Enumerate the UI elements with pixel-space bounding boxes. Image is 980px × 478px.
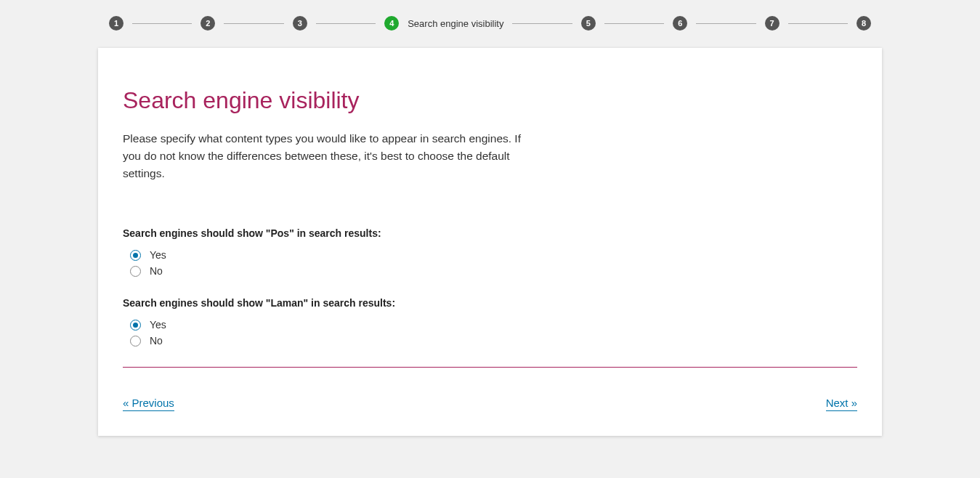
step-connector [512, 23, 572, 24]
step-label: Search engine visibility [408, 18, 503, 29]
radio-option-no[interactable]: No [130, 265, 857, 277]
step-circle: 7 [765, 16, 779, 31]
step-circle: 1 [109, 16, 123, 31]
step-circle: 5 [581, 16, 596, 31]
step-circle: 4 [384, 16, 399, 31]
question-label: Search engines should show "Laman" in se… [123, 297, 857, 309]
progress-stepper: 1234Search engine visibility5678 [0, 0, 980, 31]
step-connector [696, 23, 756, 24]
radio-label: Yes [150, 249, 166, 261]
step-5[interactable]: 5 [581, 16, 596, 31]
step-7[interactable]: 7 [765, 16, 779, 31]
step-connector [604, 23, 664, 24]
step-connector [788, 23, 848, 24]
radio-option-yes[interactable]: Yes [130, 319, 857, 331]
step-8[interactable]: 8 [857, 16, 871, 31]
radio-icon [130, 266, 141, 277]
step-circle: 8 [857, 16, 871, 31]
question-label: Search engines should show "Pos" in sear… [123, 227, 857, 239]
radio-group: YesNo [130, 319, 857, 347]
radio-option-yes[interactable]: Yes [130, 249, 857, 261]
page-title: Search engine visibility [123, 87, 857, 114]
step-connector [224, 23, 283, 24]
previous-button[interactable]: « Previous [123, 397, 174, 411]
step-circle: 6 [673, 16, 687, 31]
radio-icon [130, 336, 141, 347]
step-6[interactable]: 6 [673, 16, 687, 31]
radio-group: YesNo [130, 249, 857, 277]
radio-icon [130, 250, 141, 261]
section-divider [123, 367, 857, 368]
step-2[interactable]: 2 [201, 16, 215, 31]
radio-label: No [150, 335, 163, 347]
step-connector [132, 23, 192, 24]
step-connector [316, 23, 376, 24]
step-circle: 2 [201, 16, 215, 31]
step-circle: 3 [293, 16, 307, 31]
step-3[interactable]: 3 [293, 16, 307, 31]
step-1[interactable]: 1 [109, 16, 123, 31]
radio-label: No [150, 265, 163, 277]
step-4[interactable]: 4Search engine visibility [384, 16, 503, 31]
intro-text: Please specify what content types you wo… [123, 130, 537, 182]
radio-icon [130, 320, 141, 331]
next-button[interactable]: Next » [826, 397, 857, 411]
wizard-card: Search engine visibility Please specify … [98, 48, 882, 436]
radio-option-no[interactable]: No [130, 335, 857, 347]
wizard-nav: « Previous Next » [123, 397, 857, 411]
radio-label: Yes [150, 319, 166, 331]
